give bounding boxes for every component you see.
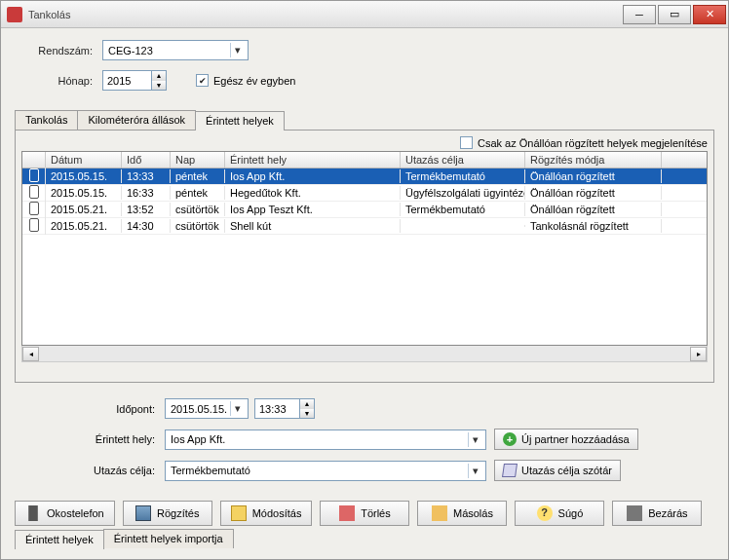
purpose-dictionary-button[interactable]: Utazás célja szótár xyxy=(494,460,621,481)
add-partner-label: Új partner hozzáadása xyxy=(521,433,630,445)
table-row[interactable]: 2015.05.21.14:30csütörtökShell kútTankol… xyxy=(22,218,707,235)
save-icon xyxy=(135,505,151,521)
phone-icon xyxy=(25,505,41,521)
table-row[interactable]: 2015.05.15.13:33péntekIos App Kft.Termék… xyxy=(22,168,707,185)
app-icon xyxy=(7,7,22,22)
add-partner-button[interactable]: + Új partner hozzáadása xyxy=(494,429,638,450)
col-purpose[interactable]: Utazás célja xyxy=(401,152,525,168)
license-plate-select[interactable]: CEG-123 ▾ xyxy=(102,40,249,60)
close-button[interactable]: ✕ xyxy=(693,5,726,24)
delete-icon xyxy=(339,505,355,521)
book-icon xyxy=(502,464,518,477)
copy-button[interactable]: Másolás xyxy=(417,501,507,526)
spinner-down[interactable]: ▼ xyxy=(300,409,314,419)
edit-icon xyxy=(231,505,247,521)
col-time[interactable]: Idő xyxy=(122,152,171,168)
edit-form: Időpont: 2015.05.15. ▾ ▲ ▼ Érintett hely… xyxy=(73,398,714,481)
tab-tankolas[interactable]: Tankolás xyxy=(15,110,78,130)
dropdown-arrow-icon: ▾ xyxy=(230,401,245,416)
scroll-left[interactable]: ◂ xyxy=(22,347,39,361)
places-grid[interactable]: Dátum Idő Nap Érintett hely Utazás célja… xyxy=(21,151,708,346)
purpose-select[interactable]: Termékbemutató ▾ xyxy=(165,461,486,481)
month-label: Hónap: xyxy=(15,75,102,87)
year-input[interactable] xyxy=(102,70,151,91)
grid-header: Dátum Idő Nap Érintett hely Utazás célja… xyxy=(22,152,707,168)
phone-icon xyxy=(29,185,39,199)
whole-year-label: Egész év egyben xyxy=(213,75,295,87)
license-plate-label: Rendszám: xyxy=(15,45,102,56)
col-place[interactable]: Érintett hely xyxy=(225,152,401,168)
help-icon: ? xyxy=(537,505,553,521)
filter-label: Csak az Önállóan rögzített helyek megjel… xyxy=(478,137,708,149)
grid-body: 2015.05.15.13:33péntekIos App Kft.Termék… xyxy=(22,168,707,235)
horizontal-scrollbar[interactable]: ◂ ▸ xyxy=(21,346,708,362)
date-select[interactable]: 2015.05.15. ▾ xyxy=(165,398,249,419)
titlebar: Tankolás ─ ▭ ✕ xyxy=(1,1,728,28)
col-date[interactable]: Dátum xyxy=(46,152,122,168)
button-bar: Okostelefon Rögzítés Módosítás Törlés Má… xyxy=(1,497,728,526)
timestamp-label: Időpont: xyxy=(73,403,165,415)
scroll-right[interactable]: ▸ xyxy=(690,347,707,361)
license-plate-value: CEG-123 xyxy=(108,45,153,56)
year-spinner[interactable]: ▲ ▼ xyxy=(102,70,167,91)
bottom-tab-places[interactable]: Érintett helyek xyxy=(15,530,104,549)
record-button[interactable]: Rögzítés xyxy=(123,501,212,526)
smartphone-button[interactable]: Okostelefon xyxy=(15,501,115,526)
exit-icon xyxy=(627,505,642,521)
spinner-up[interactable]: ▲ xyxy=(152,71,166,81)
whole-year-checkbox[interactable]: ✔ Egész év egyben xyxy=(196,74,295,87)
tab-kilometer[interactable]: Kilométeróra állások xyxy=(77,110,196,130)
close-dialog-button[interactable]: Bezárás xyxy=(612,501,702,526)
spinner-down[interactable]: ▼ xyxy=(152,81,166,91)
dropdown-arrow-icon: ▾ xyxy=(468,464,482,478)
bottom-tabs: Érintett helyek Érintett helyek importja xyxy=(15,529,728,548)
time-spinner[interactable]: ▲ ▼ xyxy=(254,398,315,419)
purpose-dict-label: Utazás célja szótár xyxy=(521,465,612,476)
tab-panel: Csak az Önállóan rögzített helyek megjel… xyxy=(15,130,714,383)
maximize-button[interactable]: ▭ xyxy=(658,5,691,24)
main-tabs: Tankolás Kilométeróra állások Érintett h… xyxy=(15,110,714,130)
purpose-value: Termékbemutató xyxy=(171,465,250,476)
help-button[interactable]: ?Súgó xyxy=(515,501,604,526)
copy-icon xyxy=(432,505,447,521)
place-select[interactable]: Ios App Kft. ▾ xyxy=(165,429,486,450)
bottom-tab-import[interactable]: Érintett helyek importja xyxy=(103,529,234,548)
col-method[interactable]: Rögzítés módja xyxy=(525,152,662,168)
phone-icon xyxy=(29,168,39,182)
minimize-button[interactable]: ─ xyxy=(623,5,656,24)
table-row[interactable]: 2015.05.21.13:52csütörtökIos App Teszt K… xyxy=(22,202,707,218)
time-input[interactable] xyxy=(254,398,299,419)
app-window: Tankolás ─ ▭ ✕ Rendszám: CEG-123 ▾ Hónap… xyxy=(0,0,729,560)
delete-button[interactable]: Törlés xyxy=(320,501,409,526)
place-value: Ios App Kft. xyxy=(171,433,225,445)
plus-icon: + xyxy=(503,432,517,446)
modify-button[interactable]: Módosítás xyxy=(220,501,313,526)
spinner-up[interactable]: ▲ xyxy=(300,399,314,409)
dropdown-arrow-icon: ▾ xyxy=(230,43,245,57)
phone-icon xyxy=(29,202,39,215)
phone-icon xyxy=(29,218,39,232)
table-row[interactable]: 2015.05.15.16:33péntekHegedűtok Kft.Ügyf… xyxy=(22,185,707,202)
purpose-label: Utazás célja: xyxy=(73,465,165,476)
col-day[interactable]: Nap xyxy=(171,152,225,168)
filter-checkbox[interactable] xyxy=(460,136,473,149)
dropdown-arrow-icon: ▾ xyxy=(468,432,482,447)
place-label: Érintett hely: xyxy=(73,433,165,445)
date-value: 2015.05.15. xyxy=(171,403,227,415)
window-title: Tankolás xyxy=(28,9,70,20)
tab-erintett[interactable]: Érintett helyek xyxy=(195,111,285,131)
checkbox-icon: ✔ xyxy=(196,74,209,87)
